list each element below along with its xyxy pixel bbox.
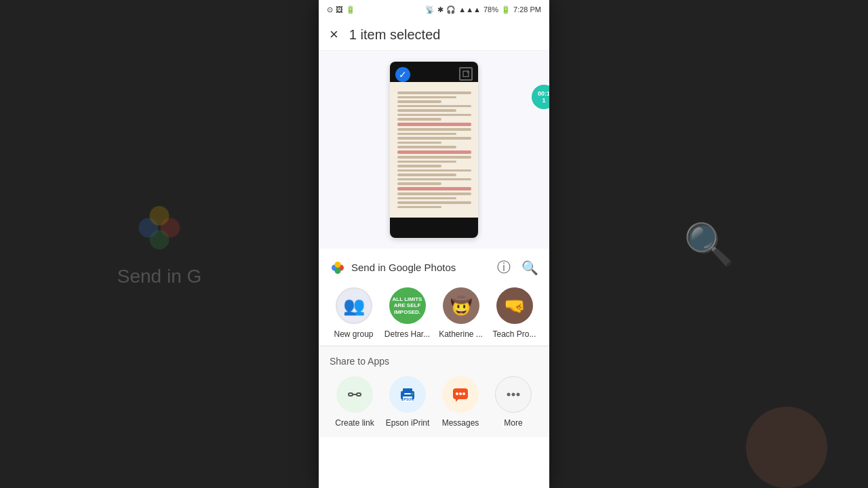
detres-avatar-text: ALL LIMITS ARE SELF IMPOSED. (392, 296, 423, 316)
app-item-create-link[interactable]: Create link (330, 376, 379, 428)
headphone-icon: 🎧 (446, 5, 456, 14)
battery-percent: 78% (484, 5, 498, 14)
katherine-label: Katherine ... (439, 329, 483, 339)
contact-item-new-group[interactable]: 👥 New group (330, 287, 378, 339)
status-bar: ⊙ 🖼 🔋 📡 ✱ 🎧 ▲▲▲ 78% 🔋 7:28 PM (319, 0, 549, 19)
doc-line (397, 192, 471, 195)
doc-line (397, 197, 456, 200)
svg-point-3 (150, 230, 170, 249)
doc-line (397, 92, 471, 94)
messages-label: Messages (442, 418, 479, 428)
doc-line (397, 96, 456, 99)
image-preview-area: ✓ (319, 51, 549, 249)
svg-rect-15 (404, 393, 411, 394)
katherine-avatar-icon: 🤠 (450, 296, 472, 317)
svg-point-21 (459, 392, 462, 395)
selection-title: 1 item selected (349, 27, 441, 43)
thumbnail-bottom-bar (390, 218, 478, 238)
background-right: 🔍 (549, 0, 868, 488)
new-group-label: New group (334, 329, 373, 339)
contact-item-katherine[interactable]: 🤠 Katherine ... (437, 287, 485, 339)
bg-search-icon: 🔍 (684, 220, 734, 268)
battery-icon: 🔋 (501, 5, 511, 14)
rotate-icon[interactable] (459, 67, 473, 81)
contacts-row: 👥 New group ALL LIMITS ARE SELF IMPOSED.… (330, 287, 538, 339)
selection-checkmark: ✓ (395, 67, 410, 82)
more-label: More (504, 418, 522, 428)
doc-line (397, 100, 441, 103)
new-group-icon: 👥 (343, 296, 365, 317)
doc-line (397, 128, 471, 131)
contact-item-detres[interactable]: ALL LIMITS ARE SELF IMPOSED. Detres Har.… (383, 287, 431, 339)
doc-line (397, 114, 471, 117)
detres-avatar: ALL LIMITS ARE SELF IMPOSED. (389, 287, 426, 324)
close-button[interactable]: × (330, 26, 338, 43)
doc-mark (397, 123, 471, 126)
timer-sub: 1 (542, 97, 545, 104)
apps-row: Create link EPSON Epson iPrint (330, 376, 538, 428)
status-icon-1: ⊙ (327, 5, 333, 14)
gp-action-buttons: ⓘ 🔍 (497, 258, 538, 277)
help-icon[interactable]: ⓘ (497, 258, 511, 277)
teach-label: Teach Pro... (492, 329, 536, 339)
new-group-avatar: 👥 (336, 287, 372, 324)
create-link-icon (336, 376, 373, 413)
svg-point-25 (517, 393, 520, 396)
svg-text:EPSON: EPSON (401, 397, 414, 401)
svg-point-16 (412, 393, 414, 395)
selection-header: × 1 item selected (319, 19, 549, 51)
status-icon-3: 🔋 (346, 5, 355, 14)
doc-line (397, 133, 456, 136)
clock: 7:28 PM (513, 5, 541, 14)
svg-marker-19 (456, 399, 458, 402)
teach-avatar: 🤜 (496, 287, 533, 324)
svg-point-2 (150, 206, 170, 226)
svg-point-7 (335, 262, 341, 268)
google-photos-title: Send in Google Photos (351, 262, 456, 273)
doc-line (397, 137, 471, 140)
epson-icon: EPSON (389, 376, 426, 413)
messages-icon (442, 376, 479, 413)
svg-rect-13 (403, 388, 412, 392)
doc-line (397, 178, 471, 181)
doc-line (397, 105, 471, 108)
doc-line (397, 169, 471, 172)
bluetooth-icon: ✱ (437, 5, 443, 14)
doc-mark (397, 187, 471, 190)
doc-line (397, 156, 471, 159)
epson-label: Epson iPrint (386, 418, 430, 428)
doc-line (397, 142, 441, 144)
status-icons-left: ⊙ 🖼 🔋 (327, 5, 355, 14)
detres-label: Detres Har... (384, 329, 430, 339)
svg-rect-10 (357, 393, 361, 396)
katherine-avatar: 🤠 (443, 287, 479, 324)
search-icon[interactable]: 🔍 (521, 260, 538, 276)
app-item-more[interactable]: More (489, 376, 538, 428)
svg-point-20 (456, 392, 458, 395)
svg-point-23 (507, 393, 511, 396)
timer-badge: 00:1 1 (532, 85, 549, 109)
bg-avatar-right (746, 407, 827, 488)
doc-line (397, 201, 471, 204)
share-apps-section: Share to Apps Create link (319, 346, 549, 437)
app-item-epson[interactable]: EPSON Epson iPrint (383, 376, 432, 428)
svg-rect-9 (349, 393, 353, 396)
status-icons-right: 📡 ✱ 🎧 ▲▲▲ 78% 🔋 7:28 PM (425, 5, 541, 14)
doc-line (397, 206, 441, 209)
doc-line (397, 118, 441, 121)
more-icon (495, 376, 532, 413)
app-item-messages[interactable]: Messages (436, 376, 485, 428)
svg-point-24 (512, 393, 515, 396)
cast-icon: 📡 (425, 5, 435, 14)
phone-screen: ⊙ 🖼 🔋 📡 ✱ 🎧 ▲▲▲ 78% 🔋 7:28 PM × 1 item s… (319, 0, 549, 488)
doc-line (397, 174, 456, 176)
doc-mark (397, 150, 471, 154)
share-apps-title: Share to Apps (330, 356, 538, 367)
doc-line (397, 165, 441, 167)
bg-send-text: Send in G (117, 266, 202, 287)
doc-line (397, 182, 441, 185)
svg-point-22 (462, 392, 465, 395)
selected-image-thumbnail[interactable]: ✓ (390, 62, 478, 238)
timer-value: 00:1 (538, 90, 549, 97)
contact-item-teach[interactable]: 🤜 Teach Pro... (490, 287, 538, 339)
